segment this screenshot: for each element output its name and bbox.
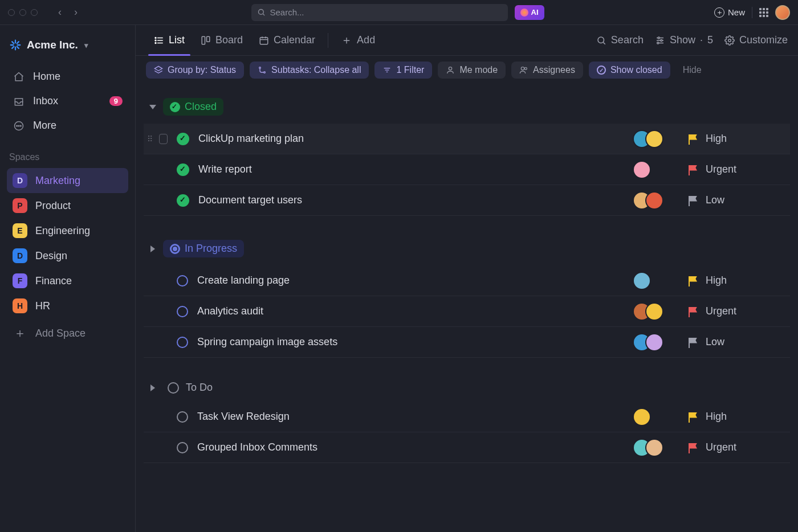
global-search[interactable]: Search... xyxy=(251,4,508,21)
new-button[interactable]: ＋ New xyxy=(714,7,745,18)
task-assignees[interactable] xyxy=(633,191,678,210)
task-assignees[interactable] xyxy=(633,439,678,457)
sidebar-item-more[interactable]: More xyxy=(7,114,128,137)
group-label: Closed xyxy=(185,101,217,113)
add-space-button[interactable]: ＋ Add Space xyxy=(7,320,128,347)
task-priority[interactable]: Low xyxy=(687,194,784,206)
svg-point-43 xyxy=(524,67,527,69)
task-row[interactable]: ⠿Document target usersLow xyxy=(144,185,790,216)
avatar xyxy=(633,408,651,426)
add-view-button[interactable]: ＋ Add xyxy=(333,32,383,48)
flag-icon xyxy=(687,276,698,286)
drag-handle-icon[interactable]: ⠿ xyxy=(145,134,154,144)
chip-show-closed[interactable]: Show closed xyxy=(589,62,670,79)
task-row[interactable]: ⠿Task View RedesignHigh xyxy=(144,402,790,432)
group-header-closed[interactable]: Closed xyxy=(144,93,790,120)
task-row[interactable]: ⠿Grouped Inbox CommentsUrgent xyxy=(144,432,790,463)
task-name: Spring campaign image assets xyxy=(197,336,624,348)
view-tab-board[interactable]: Board xyxy=(193,25,251,55)
task-assignees[interactable] xyxy=(633,130,678,148)
task-assignees[interactable] xyxy=(633,161,678,179)
task-checkbox[interactable] xyxy=(159,134,168,144)
chip-subtasks[interactable]: Subtasks: Collapse all xyxy=(250,62,369,79)
task-name: Grouped Inbox Comments xyxy=(197,441,624,453)
group-label: To Do xyxy=(186,382,213,394)
space-item-product[interactable]: PProduct xyxy=(7,193,128,218)
chip-assignees[interactable]: Assignees xyxy=(511,62,583,79)
task-row[interactable]: ⠿Write reportUrgent xyxy=(144,154,790,185)
space-item-finance[interactable]: FFinance xyxy=(7,268,128,293)
main-panel: List Board Calendar ＋ Add Search xyxy=(136,25,798,532)
task-priority[interactable]: Urgent xyxy=(687,441,784,453)
nav-forward-button[interactable]: › xyxy=(71,5,81,19)
apps-grid-icon[interactable] xyxy=(759,8,768,17)
space-item-engineering[interactable]: EEngineering xyxy=(7,218,128,243)
ai-button[interactable]: AI xyxy=(515,5,544,20)
show-columns-button[interactable]: Show · 5 xyxy=(655,34,713,46)
space-item-hr[interactable]: HHR xyxy=(7,293,128,318)
label: 1 Filter xyxy=(396,65,424,75)
task-status-icon[interactable] xyxy=(177,442,188,453)
mac-max-dot[interactable] xyxy=(31,9,38,16)
task-status-icon[interactable] xyxy=(177,163,189,176)
status-dot-icon xyxy=(170,102,180,112)
tab-label: List xyxy=(169,34,185,46)
task-priority[interactable]: Urgent xyxy=(687,305,784,317)
task-status-icon[interactable] xyxy=(177,133,189,145)
task-row[interactable]: ⠿Spring campaign image assetsLow xyxy=(144,327,790,358)
separator xyxy=(752,7,752,18)
task-assignees[interactable] xyxy=(633,333,678,351)
task-priority[interactable]: High xyxy=(687,133,784,145)
sidebar-item-label: Home xyxy=(33,71,60,83)
label: Show xyxy=(670,34,695,46)
task-priority[interactable]: Urgent xyxy=(687,163,784,175)
nav-back-button[interactable]: ‹ xyxy=(55,5,65,19)
task-name: Analytics audit xyxy=(197,305,624,317)
priority-label: Urgent xyxy=(706,305,736,317)
chip-group-by[interactable]: Group by: Status xyxy=(146,62,244,79)
workspace-name: Acme Inc. xyxy=(27,39,78,51)
sidebar-item-inbox[interactable]: Inbox 9 xyxy=(7,89,128,113)
sidebar: Acme Inc. ▾ Home Inbox 9 More Spaces DMa… xyxy=(0,25,136,532)
group-header-todo[interactable]: To Do xyxy=(144,377,790,398)
sliders-icon xyxy=(655,35,665,46)
flag-icon xyxy=(687,134,698,144)
view-tab-calendar[interactable]: Calendar xyxy=(251,25,323,55)
task-status-icon[interactable] xyxy=(177,194,189,207)
space-item-marketing[interactable]: DMarketing xyxy=(7,168,128,193)
priority-label: High xyxy=(706,275,727,287)
sidebar-item-home[interactable]: Home xyxy=(7,65,128,88)
workspace-switcher[interactable]: Acme Inc. ▾ xyxy=(7,33,128,64)
task-assignees[interactable] xyxy=(633,302,678,321)
task-row[interactable]: ⠿Analytics auditUrgent xyxy=(144,296,790,327)
view-tab-list[interactable]: List xyxy=(146,25,193,55)
task-priority[interactable]: High xyxy=(687,411,784,423)
task-assignees[interactable] xyxy=(633,408,678,426)
chip-me-mode[interactable]: Me mode xyxy=(438,62,506,79)
search-view-button[interactable]: Search xyxy=(596,34,644,46)
task-status-icon[interactable] xyxy=(177,306,188,317)
task-assignees[interactable] xyxy=(633,272,678,290)
customize-button[interactable]: Customize xyxy=(724,34,788,46)
task-row[interactable]: ⠿ClickUp marketing planHigh xyxy=(144,124,790,154)
svg-point-11 xyxy=(17,125,18,126)
task-priority[interactable]: Low xyxy=(687,336,784,348)
space-chip-icon: F xyxy=(13,273,27,288)
task-priority[interactable]: High xyxy=(687,275,784,287)
svg-point-0 xyxy=(258,10,263,15)
svg-point-33 xyxy=(657,42,659,44)
group-header-progress[interactable]: In Progress xyxy=(144,235,790,262)
user-avatar[interactable] xyxy=(775,5,790,20)
mac-min-dot[interactable] xyxy=(19,9,26,16)
task-row[interactable]: ⠿Create landing pageHigh xyxy=(144,265,790,296)
space-item-design[interactable]: DDesign xyxy=(7,243,128,268)
sidebar-item-label: Inbox xyxy=(33,95,58,107)
task-status-icon[interactable] xyxy=(177,411,188,423)
task-status-icon[interactable] xyxy=(177,275,188,287)
ai-icon xyxy=(520,9,528,17)
task-status-icon[interactable] xyxy=(177,337,188,348)
label: Customize xyxy=(739,34,788,46)
hide-filters-button[interactable]: Hide xyxy=(683,65,702,75)
chip-filter[interactable]: 1 Filter xyxy=(374,62,432,79)
mac-close-dot[interactable] xyxy=(8,9,15,16)
